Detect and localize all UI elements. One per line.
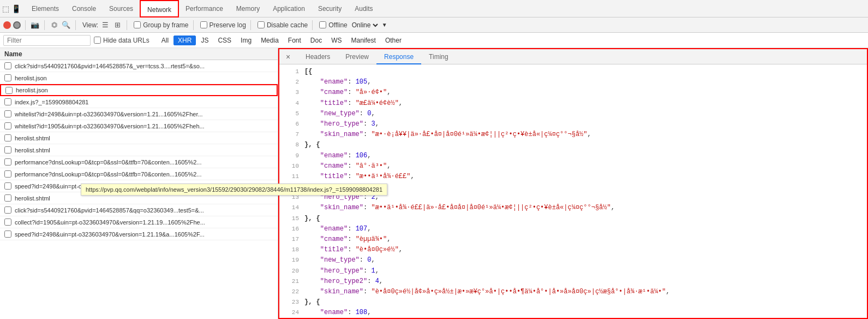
list-item[interactable]: click?sid=s5440921760&pvid=1464528857&qq…	[0, 204, 278, 216]
line-number: 4	[284, 99, 299, 109]
list-item[interactable]: herolist.shtml	[0, 132, 278, 144]
filter-tab-css[interactable]: CSS	[213, 36, 236, 45]
filter-icon[interactable]: ⏣	[49, 20, 59, 30]
list-item[interactable]: whitelist?id=1905&uin=pt-o3236034970&ver…	[0, 120, 278, 132]
list-item[interactable]: speed?id=2498&uin=pt-o3236034970&version…	[0, 228, 278, 240]
tab-preview[interactable]: Preview	[338, 49, 376, 64]
offline-label: Offline	[328, 21, 347, 29]
list-item-checkbox[interactable]	[4, 206, 11, 214]
disable-cache-group: Disable cache	[258, 21, 308, 29]
tab-timing[interactable]: Timing	[421, 49, 456, 64]
filter-tab-font[interactable]: Font	[284, 36, 306, 45]
camera-icon[interactable]: 📷	[30, 20, 40, 30]
filter-tab-xhr[interactable]: XHR	[173, 36, 196, 45]
filter-tab-doc[interactable]: Doc	[306, 36, 326, 45]
filter-tab-manifest[interactable]: Manifest	[347, 36, 380, 45]
filter-tab-all[interactable]: All	[157, 36, 173, 45]
disable-cache-checkbox[interactable]	[258, 21, 265, 28]
tab-memory[interactable]: Memory	[230, 0, 266, 17]
list-item-checkbox[interactable]	[4, 146, 11, 153]
list-item[interactable]: click?sid=s5440921760&pvid=1464528857&_v…	[0, 60, 278, 72]
json-line: 15 }, {	[284, 214, 863, 224]
json-line: 7 "skin_name": "æ•·è¡å¥¥|ä»·å£•å¤|å¤0é¹»…	[284, 129, 863, 140]
list-item[interactable]: herolist.shtml	[0, 144, 278, 156]
line-number: 3	[284, 88, 299, 98]
sep6	[250, 20, 251, 30]
filter-tab-media[interactable]: Media	[256, 36, 283, 45]
offline-checkbox[interactable]	[319, 21, 326, 28]
stop-icon[interactable]	[13, 21, 21, 29]
json-line: 16 "ename": 107,	[284, 224, 863, 234]
preserve-log-checkbox[interactable]	[200, 21, 207, 28]
json-key: "title": "æ••ä¹•å¾·é££",	[304, 172, 415, 182]
device-icon[interactable]: 📱	[11, 4, 21, 13]
close-panel-button[interactable]: ×	[283, 51, 294, 62]
list-item-checkbox[interactable]	[4, 158, 11, 166]
filter-tab-ws[interactable]: WS	[327, 36, 346, 45]
list-item-checkbox[interactable]	[4, 182, 11, 190]
list-item[interactable]: whitelist?id=2498&uin=pt-o3236034970&ver…	[0, 108, 278, 120]
json-line: 24 "ename": 108,	[284, 308, 863, 318]
line-number: 20	[284, 267, 299, 276]
list-item[interactable]: performance?dnsLookup=0&tcp=0&ssl=0&ttfb…	[0, 168, 278, 180]
list-item-checkbox[interactable]	[4, 98, 11, 105]
list-item[interactable]: performance?dnsLookup=0&tcp=0&ssl=0&ttfb…	[0, 156, 278, 168]
filter-tab-js[interactable]: JS	[196, 36, 213, 45]
tab-console[interactable]: Console	[65, 0, 103, 17]
filter-input[interactable]	[3, 35, 91, 46]
list-item[interactable]: collect?id=1905&uin=pt-o3236034970&versi…	[0, 216, 278, 228]
list-item-checkbox[interactable]	[5, 87, 13, 94]
list-item-text: whitelist?id=1905&uin=pt-o3236034970&ver…	[15, 123, 273, 129]
list-item-checkbox[interactable]	[4, 134, 11, 141]
list-item-text: speed?id=2498&uin=pt-o3236034970&version…	[15, 231, 273, 238]
hide-data-urls-checkbox[interactable]	[94, 37, 101, 44]
filter-tab-img[interactable]: Img	[236, 36, 256, 45]
tab-elements[interactable]: Elements	[25, 0, 65, 17]
list-item-checkbox[interactable]	[4, 170, 11, 178]
list-item-checkbox[interactable]	[4, 122, 11, 129]
json-key: "cname": "â°·ä³•",	[304, 161, 391, 172]
list-item-text: index.js?_=1599098804281	[15, 99, 273, 105]
json-line: 18 "title": "è•å¤0ç»é½",	[284, 245, 863, 255]
tree-view-icon[interactable]: ⊞	[112, 20, 122, 30]
group-by-frame-checkbox[interactable]	[134, 21, 141, 28]
list-item-checkbox[interactable]	[4, 231, 11, 238]
json-key: "cname": "å»·é¢•",	[304, 87, 391, 98]
tab-headers[interactable]: Headers	[298, 49, 338, 64]
group-by-frame-label: Group by frame	[143, 21, 188, 29]
tab-sources[interactable]: Sources	[103, 0, 140, 17]
list-item[interactable]: index.js?_=1599098804281	[0, 96, 278, 108]
online-chevron-icon[interactable]: ▼	[382, 22, 387, 28]
url-tooltip: https://pvp.qq.com/webplat/info/news_ver…	[81, 184, 278, 196]
filter-tab-other[interactable]: Other	[381, 36, 406, 45]
list-item-checkbox[interactable]	[4, 218, 11, 226]
list-item[interactable]: herolist.json	[0, 72, 278, 84]
line-number: 15	[284, 214, 299, 224]
json-line: 23 }, {	[284, 297, 863, 308]
list-item-checkbox[interactable]	[4, 194, 11, 202]
sep3	[75, 20, 76, 30]
online-select[interactable]: Online	[350, 21, 380, 29]
search-icon[interactable]: 🔍	[61, 20, 71, 30]
list-item-checkbox[interactable]	[4, 110, 11, 117]
inspect-icon[interactable]: ⬚	[2, 4, 9, 13]
tab-performance[interactable]: Performance	[179, 0, 230, 17]
offline-group: Offline	[319, 21, 347, 29]
network-toolbar: 📷 ⏣ 🔍 View: ☰ ⊞ Group by frame Preserve …	[0, 17, 868, 33]
tab-security[interactable]: Security	[312, 0, 348, 17]
tab-application[interactable]: Application	[266, 0, 312, 17]
list-item-herolist-selected[interactable]: herolist.json	[0, 84, 278, 96]
line-number: 6	[284, 120, 299, 129]
record-icon[interactable]	[3, 21, 11, 29]
list-item-checkbox[interactable]	[4, 62, 11, 69]
line-number: 21	[284, 277, 299, 287]
line-number: 14	[284, 203, 299, 213]
list-view-icon[interactable]: ☰	[100, 20, 110, 30]
tab-response[interactable]: Response	[376, 49, 421, 64]
list-item-checkbox[interactable]	[4, 74, 11, 81]
tab-audits[interactable]: Audits	[348, 0, 379, 17]
json-line: 14 "skin_name": "æ••ä¹•å¾·é££|ä»·å£•å¤å¤…	[284, 203, 863, 213]
json-key: "hero_type2": 4,	[304, 276, 383, 287]
tab-network[interactable]: Network	[140, 0, 179, 17]
line-number: 16	[284, 225, 299, 234]
